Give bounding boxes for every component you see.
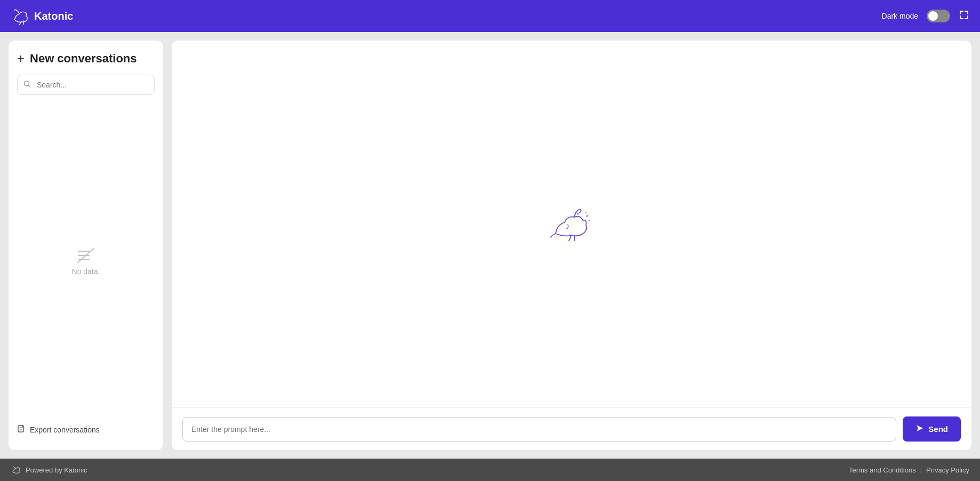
send-label: Send [928,424,948,434]
no-list-icon [77,248,94,263]
search-icon [23,81,31,90]
footer-divider: | [920,466,922,474]
new-conversations-label: New conversations [30,52,137,66]
search-container [17,75,155,95]
search-input[interactable] [17,75,155,95]
svg-line-1 [29,85,31,87]
powered-by-label: Powered by Katonic [26,466,87,474]
chat-messages [172,41,971,407]
svg-point-9 [577,213,579,215]
footer-logo-icon [11,464,21,475]
dark-mode-label: Dark mode [882,12,918,20]
privacy-link[interactable]: Privacy Policy [926,466,969,474]
footer-left: Powered by Katonic [11,464,87,475]
export-conversations-button[interactable]: Export conversations [17,420,155,439]
no-data-area: No data. [17,103,155,420]
plus-icon: + [17,51,25,66]
expand-icon[interactable] [959,10,969,23]
send-button[interactable]: Send [903,416,961,442]
header: Katonic Dark mode [0,0,980,32]
dark-mode-toggle[interactable] [927,10,950,22]
logo-text: Katonic [34,10,73,22]
footer: Powered by Katonic Terms and Conditions … [0,459,980,481]
center-logo [548,204,596,244]
svg-point-11 [589,220,590,221]
export-icon [17,424,26,435]
new-conversations-button[interactable]: + New conversations [17,51,155,66]
header-right: Dark mode [882,10,969,23]
main-area: + New conversations No [0,32,980,459]
logo-area: Katonic [11,6,73,26]
sidebar: + New conversations No [9,41,163,450]
export-label: Export conversations [30,426,100,434]
svg-point-10 [587,215,588,217]
logo-icon [11,6,30,26]
prompt-input[interactable] [182,417,896,442]
send-icon [915,424,924,434]
footer-right: Terms and Conditions | Privacy Policy [849,466,969,474]
no-data-text: No data. [72,267,100,276]
chat-input-area: Send [172,407,971,450]
terms-link[interactable]: Terms and Conditions [849,466,916,474]
chat-area: Send [172,41,971,450]
svg-point-12 [585,212,587,213]
